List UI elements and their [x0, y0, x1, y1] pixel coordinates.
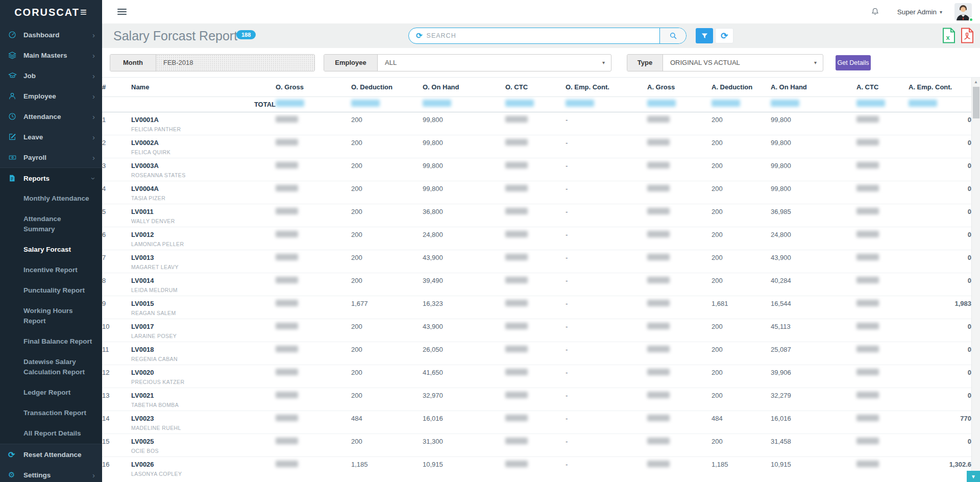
- sidebar-item-job[interactable]: Job›: [0, 65, 102, 86]
- sidebar-subitem-monthly-attendance[interactable]: Monthly Attendance: [0, 188, 102, 209]
- column-header--[interactable]: #: [102, 78, 131, 97]
- cell-a-on-hand: 31,458: [771, 433, 856, 456]
- redacted-value: [647, 300, 670, 306]
- cell-a-deduction: 1,185: [712, 456, 771, 479]
- main-area: Super Admin ▾ Salary Forcast: [102, 0, 980, 482]
- cell-a-deduction: 200: [712, 135, 771, 158]
- refresh-button[interactable]: ⟳: [715, 28, 733, 43]
- cell-a-emp-cont: 0: [909, 227, 971, 250]
- employee-label: Employee: [324, 55, 378, 71]
- column-header-a-ctc[interactable]: A. CTC: [856, 78, 909, 97]
- avatar[interactable]: [954, 3, 972, 20]
- sidebar-item-main-masters[interactable]: Main Masters›: [0, 45, 102, 65]
- redacted-value: [647, 461, 670, 467]
- sidebar-subitem-datewise-salary-calculation-report[interactable]: Datewise Salary Calculation Report: [0, 352, 102, 382]
- column-header-a-on-hand[interactable]: A. On Hand: [771, 78, 856, 97]
- cell-num: 1: [102, 112, 131, 135]
- redacted-total-value[interactable]: [351, 100, 380, 107]
- export-excel-icon[interactable]: x: [942, 28, 955, 45]
- sidebar-subitem-transaction-report[interactable]: Transaction Report: [0, 403, 102, 423]
- sidebar-menu: Dashboard› Main Masters› Job› Employee› …: [0, 25, 102, 482]
- table-row: 14LV0023 MADELINE RUEHL48416,016-48416,0…: [102, 411, 971, 433]
- employee-name: LEIDA MELDRUM: [131, 287, 276, 293]
- column-header-a-emp-cont-[interactable]: A. Emp. Cont.: [909, 78, 971, 97]
- column-header-o-on-hand[interactable]: O. On Hand: [423, 78, 505, 97]
- redacted-total-value[interactable]: [909, 100, 937, 107]
- employee-id: LV0002A: [131, 139, 276, 147]
- sidebar-subitem-attendance-summary[interactable]: Attendance Summary: [0, 209, 102, 239]
- sidebar-subitem-working-hours-report[interactable]: Working Hours Report: [0, 301, 102, 331]
- sidebar-toggle-button[interactable]: [117, 7, 127, 16]
- export-pdf-icon[interactable]: [961, 28, 974, 45]
- month-input[interactable]: FEB-2018: [156, 55, 314, 71]
- sidebar-item-leave[interactable]: Leave›: [0, 127, 102, 147]
- redacted-total-value[interactable]: [566, 100, 594, 107]
- record-count-badge: 188: [236, 30, 256, 39]
- sidebar-item-employee[interactable]: Employee›: [0, 86, 102, 106]
- online-status-dot: [969, 17, 973, 22]
- sidebar-item-settings[interactable]: ⚙ Settings›: [0, 465, 102, 482]
- type-select[interactable]: ORIGINAL VS ACTUAL ▾: [663, 55, 823, 71]
- redacted-total-value[interactable]: [771, 100, 799, 107]
- column-header-o-gross[interactable]: O. Gross: [276, 78, 351, 97]
- cell-o-emp-cont: -: [566, 319, 647, 342]
- redacted-total-value[interactable]: [856, 100, 885, 107]
- notifications-bell-icon[interactable]: [870, 7, 880, 17]
- table-row: 1LV0001A FELICIA PANTHER20099,800-20099,…: [102, 112, 971, 135]
- get-details-button[interactable]: Get Details: [836, 55, 871, 70]
- redacted-value: [647, 162, 670, 168]
- employee-select[interactable]: ALL ▾: [378, 55, 611, 71]
- column-header-a-gross[interactable]: A. Gross: [647, 78, 712, 97]
- employee-name: LAMONICA PELLER: [131, 241, 276, 247]
- redacted-total-value[interactable]: [712, 100, 740, 107]
- refresh-icon: ⟳: [721, 31, 728, 41]
- sidebar-item-reports[interactable]: Reports›: [0, 168, 102, 188]
- logo-e-icon: ≡: [80, 6, 88, 19]
- table-row: 6LV0012 LAMONICA PELLER20024,800-20024,8…: [102, 227, 971, 250]
- app-logo[interactable]: CORUSCAT≡: [0, 0, 102, 25]
- filter-button[interactable]: [696, 28, 713, 43]
- sidebar-subitem-incentive-report[interactable]: Incentive Report: [0, 260, 102, 280]
- sidebar-subitem-final-balance-report[interactable]: Final Balance Report: [0, 331, 102, 352]
- redacted-total-value[interactable]: [647, 100, 676, 107]
- edit-icon: [8, 133, 23, 141]
- redacted-total-value[interactable]: [423, 100, 451, 107]
- redacted-total-value[interactable]: [276, 100, 304, 107]
- sidebar-item-attendance[interactable]: Attendance›: [0, 106, 102, 127]
- cell-o-on-hand: 31,300: [423, 433, 505, 456]
- cell-a-deduction: 200: [712, 250, 771, 273]
- table-row: 12LV0020 PRECIOUS KATZER20041,650-20039,…: [102, 365, 971, 388]
- sidebar-subitem-salary-forcast[interactable]: Salary Forcast: [0, 239, 102, 260]
- column-header-o-ctc[interactable]: O. CTC: [505, 78, 566, 97]
- user-menu[interactable]: Super Admin ▾: [897, 8, 942, 16]
- employee-name: LARAINE POSEY: [131, 333, 276, 339]
- sidebar-item-reset-attendance[interactable]: ⟳ Reset Attendance: [0, 444, 102, 465]
- sidebar-subitem-punctuality-report[interactable]: Punctuality Report: [0, 280, 102, 301]
- cell-a-emp-cont: 0: [909, 112, 971, 135]
- column-header-o-emp-cont-[interactable]: O. Emp. Cont.: [566, 78, 647, 97]
- column-header-a-deduction[interactable]: A. Deduction: [712, 78, 771, 97]
- search-button[interactable]: [659, 28, 686, 44]
- employee-name: FELICIA PANTHER: [131, 126, 276, 132]
- column-header-o-deduction[interactable]: O. Deduction: [351, 78, 423, 97]
- table-row: 5LV0011 WALLY DENVER20036,800-20036,9850: [102, 204, 971, 227]
- redacted-value: [856, 392, 879, 398]
- scroll-down-corner-button[interactable]: ▼: [967, 471, 980, 482]
- sidebar-subitem-all-report-details[interactable]: All Report Details: [0, 423, 102, 444]
- sidebar-item-payroll[interactable]: Payroll›: [0, 147, 102, 167]
- table-row: 2LV0002A FELICA QUIRK20099,800-20099,800…: [102, 135, 971, 158]
- cell-a-deduction: 200: [712, 388, 771, 411]
- sidebar-subitem-ledger-report[interactable]: Ledger Report: [0, 382, 102, 403]
- search-input[interactable]: [427, 32, 659, 39]
- gauge-icon: [8, 31, 23, 39]
- cell-a-on-hand: 99,800: [771, 158, 856, 181]
- scrollbar-up-arrow[interactable]: ▲: [972, 80, 980, 84]
- page-header: Salary Forcast Report 188 ⟳ ⟳: [102, 23, 980, 48]
- sidebar-item-dashboard[interactable]: Dashboard›: [0, 25, 102, 45]
- cell-a-deduction: 200: [712, 342, 771, 365]
- column-header-name[interactable]: Name: [131, 78, 276, 97]
- redacted-value: [647, 139, 670, 146]
- redacted-total-value[interactable]: [505, 100, 534, 107]
- scrollbar-thumb[interactable]: [973, 87, 979, 118]
- table-scrollbar[interactable]: ▲: [971, 78, 980, 482]
